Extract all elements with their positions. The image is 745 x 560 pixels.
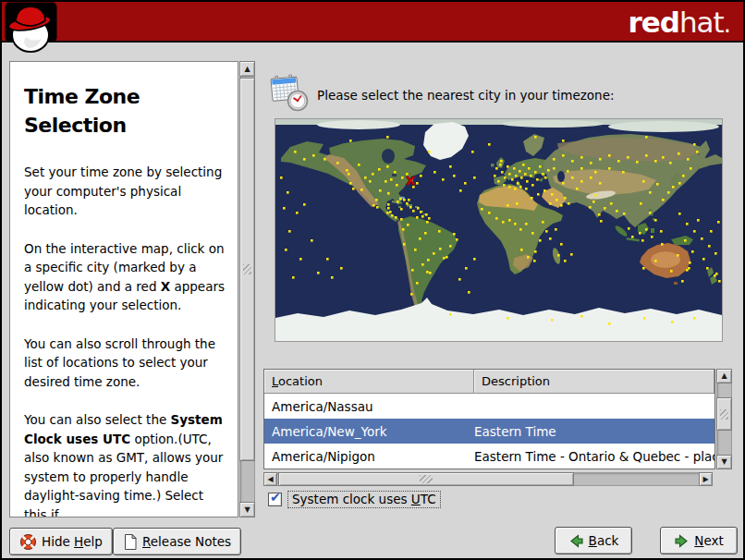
instruction-text: Please select the nearest city in your t… <box>317 88 615 103</box>
thumb-grip <box>720 409 728 420</box>
check-icon: ✔ <box>270 490 281 505</box>
next-button[interactable]: Next <box>660 527 738 554</box>
installer-window: redhat. Time Zone Selection Set your tim… <box>0 0 745 560</box>
list-horizontal-scrollbar[interactable]: ◀ ▶ <box>263 472 713 486</box>
table-row-selected[interactable]: America/New_York Eastern Time <box>264 419 714 444</box>
thumb-grip <box>420 475 433 483</box>
up-arrow-icon: ▲ <box>721 372 727 380</box>
calendar-clock-icon <box>268 72 311 118</box>
timezone-list: Location Description America/Nassau Amer… <box>263 369 715 469</box>
table-header-row: Location Description <box>264 370 714 394</box>
help-title: Time Zone Selection <box>24 82 226 140</box>
help-paragraph: You can also select the System Clock use… <box>24 410 226 517</box>
next-label: Next <box>694 533 723 548</box>
left-arrow-icon: ◀ <box>267 476 273 483</box>
back-label: Back <box>589 533 619 548</box>
column-header-description[interactable]: Description <box>474 370 714 394</box>
right-arrow-icon: ▶ <box>702 476 708 483</box>
document-icon <box>123 533 138 551</box>
list-hscrollbar-thumb[interactable] <box>278 472 574 486</box>
scroll-left-button[interactable]: ◀ <box>263 472 277 486</box>
release-notes-button[interactable]: Release Notes <box>113 528 241 555</box>
hide-help-button[interactable]: Hide Help <box>9 528 113 555</box>
scroll-up-button[interactable]: ▲ <box>716 369 732 383</box>
utc-checkbox-row: ✔ System clock uses UTC <box>268 491 441 508</box>
selected-city-x-mark: X <box>406 174 415 188</box>
scroll-down-button[interactable]: ▼ <box>239 502 255 517</box>
help-paragraph: Set your time zone by selecting your com… <box>24 163 226 220</box>
thumb-grip <box>243 264 251 274</box>
timezone-map[interactable]: X <box>275 118 723 342</box>
scroll-up-button[interactable]: ▲ <box>239 61 255 77</box>
scroll-down-button[interactable]: ▼ <box>716 455 732 469</box>
release-notes-label: Release Notes <box>142 534 231 549</box>
help-scrollbar-thumb[interactable] <box>239 78 255 461</box>
column-header-location[interactable]: Location <box>264 370 474 394</box>
redhat-shadowman-logo-icon <box>5 2 60 57</box>
down-arrow-icon: ▼ <box>244 506 250 514</box>
lifebuoy-icon <box>19 533 37 551</box>
help-scrollbar[interactable]: ▲ ▼ <box>239 61 255 517</box>
back-button[interactable]: Back <box>555 527 632 554</box>
scroll-right-button[interactable]: ▶ <box>699 472 713 486</box>
help-paragraph: On the interactive map, click on a speci… <box>24 239 226 315</box>
table-row[interactable]: America/Nipigon Eastern Time - Ontario &… <box>264 444 714 469</box>
list-scrollbar-thumb[interactable] <box>716 397 732 431</box>
help-panel: Time Zone Selection Set your time zone b… <box>9 61 238 517</box>
redhat-wordmark: redhat. <box>628 8 730 39</box>
help-paragraph: You can also scroll through the list of … <box>24 335 226 392</box>
list-vertical-scrollbar[interactable]: ▲ ▼ <box>716 369 732 469</box>
next-arrow-icon <box>674 534 690 548</box>
back-arrow-icon <box>568 534 584 548</box>
table-row[interactable]: America/Nassau <box>264 394 714 419</box>
up-arrow-icon: ▲ <box>244 66 250 73</box>
utc-checkbox[interactable]: ✔ <box>268 493 282 506</box>
down-arrow-icon: ▼ <box>721 458 727 466</box>
utc-checkbox-label[interactable]: System clock uses UTC <box>287 491 441 508</box>
hide-help-label: Hide Help <box>42 534 103 549</box>
